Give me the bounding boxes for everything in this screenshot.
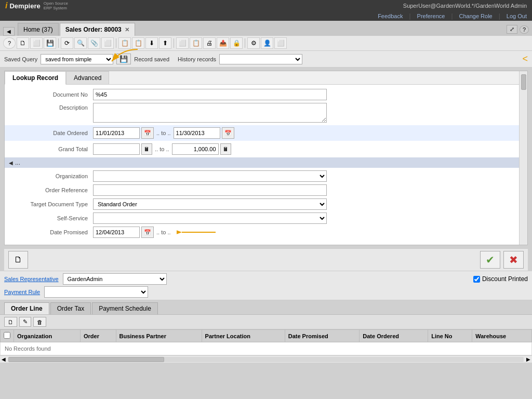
tab-close-icon[interactable]: ✕ xyxy=(125,26,129,33)
grid-btn[interactable]: ⬜ xyxy=(176,37,189,49)
toolbar-sep-1 xyxy=(58,38,59,48)
date-promised-label: Date Promised xyxy=(10,229,93,235)
discount-printed-label: Discount Printed xyxy=(473,275,528,283)
ok-btn[interactable]: ✔ xyxy=(480,251,500,269)
save-query-btn[interactable]: 💾 xyxy=(116,54,131,64)
grand-total-to-calc[interactable]: 🖩 xyxy=(220,143,231,155)
col-checkbox[interactable] xyxy=(1,330,14,342)
scroll-right-btn[interactable]: ▶ xyxy=(525,356,532,362)
tab-sales-order[interactable]: Sales Order: 80003 ✕ xyxy=(60,23,135,36)
organization-row: Organization xyxy=(10,170,522,182)
table-new-btn[interactable]: 🗋 xyxy=(4,317,17,327)
horizontal-scrollbar[interactable] xyxy=(8,357,524,362)
grand-total-from-input[interactable] xyxy=(93,143,140,155)
archive-btn[interactable]: ⬜ xyxy=(101,37,114,49)
date-ordered-from-cal[interactable]: 📅 xyxy=(141,127,154,139)
col-order: Order xyxy=(80,330,116,342)
date-ordered-from-input[interactable] xyxy=(93,127,140,139)
toolbar-sep-2 xyxy=(116,38,116,48)
tab-home[interactable]: Home (37) xyxy=(18,23,59,36)
description-row: Description xyxy=(10,103,522,123)
table-delete-btn[interactable]: 🗑 xyxy=(33,317,46,327)
saved-query-select[interactable]: saved from simple xyxy=(41,54,113,64)
organization-select[interactable] xyxy=(93,170,327,182)
col-business-partner: Business Partner xyxy=(116,330,202,342)
document-no-label: Document No xyxy=(10,91,93,98)
grand-total-label: Grand Total xyxy=(10,146,93,152)
blank-doc-btn[interactable]: 🗋 xyxy=(8,251,28,269)
col-organization: Organization xyxy=(14,330,81,342)
tab-advanced[interactable]: Advanced xyxy=(66,71,109,84)
col-date-promised: Date Promised xyxy=(285,330,360,342)
extra-btn[interactable]: ⬜ xyxy=(274,37,287,49)
copy2-btn[interactable]: 📋 xyxy=(190,37,202,49)
tab-order-line[interactable]: Order Line xyxy=(4,302,49,314)
saved-query-label: Saved Query xyxy=(4,56,37,62)
target-doc-type-row: Target Document Type Standard Order xyxy=(10,198,522,210)
date-promised-range-sep: .. to .. xyxy=(155,229,172,235)
order-reference-input[interactable] xyxy=(93,184,327,196)
save-btn[interactable]: 💾 xyxy=(44,37,56,49)
log-out-link[interactable]: Log Out xyxy=(507,13,527,19)
help-toolbar-btn[interactable]: ? xyxy=(3,37,16,49)
refresh-btn[interactable]: ⟳ xyxy=(61,37,73,49)
checkmark-icon: ✔ xyxy=(486,254,495,265)
grand-total-from-calc[interactable]: 🖩 xyxy=(141,143,152,155)
find-btn[interactable]: 🔍 xyxy=(74,37,87,49)
self-service-select[interactable] xyxy=(93,212,327,224)
scroll-left-btn[interactable]: ◀ xyxy=(0,356,7,362)
copy-btn[interactable]: ⬜ xyxy=(30,37,43,49)
change-role-link[interactable]: Change Role xyxy=(459,13,493,19)
settings-btn[interactable]: ⚙ xyxy=(247,37,260,49)
description-label: Description xyxy=(10,103,93,111)
date-ordered-label: Date Ordered xyxy=(10,130,93,136)
target-doc-type-select[interactable]: Standard Order xyxy=(93,198,327,210)
document-no-input[interactable] xyxy=(93,89,327,100)
preference-link[interactable]: Preference xyxy=(417,13,445,19)
sales-rep-link[interactable]: Sales Representative xyxy=(4,276,59,282)
order-reference-label: Order Reference xyxy=(10,187,93,193)
nav-back-btn[interactable]: ◀ xyxy=(3,27,15,36)
date-ordered-to-cal[interactable]: 📅 xyxy=(222,127,234,139)
date-promised-from-input[interactable] xyxy=(93,227,140,238)
record-saved-text: Record saved xyxy=(134,56,169,62)
lock-btn[interactable]: 🔒 xyxy=(230,37,243,49)
date-promised-from-cal[interactable]: 📅 xyxy=(141,227,154,238)
maximize-btn[interactable]: ⤢ xyxy=(507,25,517,34)
date-ordered-to-input[interactable] xyxy=(174,127,220,139)
feedback-link[interactable]: Feedback xyxy=(378,13,403,19)
sales-rep-select[interactable]: GardenAdmin xyxy=(63,273,167,285)
export-btn[interactable]: 📤 xyxy=(217,37,229,49)
tab-lookup-record[interactable]: Lookup Record xyxy=(5,71,66,85)
section-collapse-icon: ◀ xyxy=(9,160,13,166)
grand-total-to-input[interactable] xyxy=(172,143,219,155)
cancel-btn[interactable]: ✖ xyxy=(503,251,524,269)
logo-area: i Dempiere Open SourceERP System xyxy=(5,1,68,10)
select-all-checkbox[interactable] xyxy=(4,332,10,339)
new-record-btn[interactable]: 🗋 xyxy=(17,37,29,49)
user-info: SuperUser@GardenWorld.*/GardenWorld Admi… xyxy=(403,3,527,9)
payment-rule-select[interactable] xyxy=(44,286,148,298)
user-btn[interactable]: 👤 xyxy=(261,37,273,49)
history-label: History records xyxy=(178,56,216,62)
table-edit-btn[interactable]: ✎ xyxy=(19,317,31,327)
discount-printed-checkbox[interactable] xyxy=(473,276,480,283)
prev-btn[interactable]: 📋 xyxy=(118,37,131,49)
description-input[interactable] xyxy=(93,103,327,123)
up-btn[interactable]: ⬆ xyxy=(159,37,171,49)
next-btn[interactable]: 📋 xyxy=(132,37,144,49)
date-ordered-row: Date Ordered 📅 .. to .. 📅 xyxy=(5,125,527,141)
order-reference-row: Order Reference xyxy=(10,184,522,196)
down-btn[interactable]: ⬇ xyxy=(145,37,158,49)
print-btn[interactable]: 🖨 xyxy=(203,37,216,49)
attach-btn[interactable]: 📎 xyxy=(88,37,100,49)
tab-payment-schedule[interactable]: Payment Schedule xyxy=(92,302,158,314)
toolbar-sep-3 xyxy=(174,38,174,48)
history-select[interactable] xyxy=(219,54,302,64)
help-btn[interactable]: ? xyxy=(520,25,529,34)
section-header[interactable]: ◀ ... xyxy=(5,157,527,168)
collapse-arrow[interactable]: < xyxy=(522,54,528,64)
tab-order-tax[interactable]: Order Tax xyxy=(50,302,91,314)
xmark-icon: ✖ xyxy=(509,254,518,265)
payment-rule-link[interactable]: Payment Rule xyxy=(4,289,40,295)
